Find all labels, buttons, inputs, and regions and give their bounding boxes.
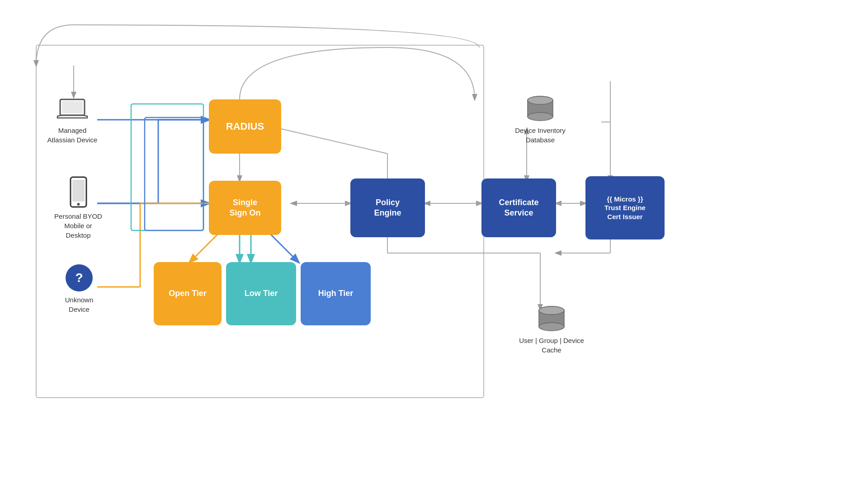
inventory-db-icon: [524, 95, 556, 122]
inventory-db-label: Device InventoryDatabase: [515, 126, 566, 145]
svg-point-50: [539, 306, 564, 314]
mobile-icon: [68, 176, 89, 208]
laptop-icon: [57, 97, 88, 122]
managed-device: Managed Atlassian Device: [45, 97, 99, 145]
byod-device-label: Personal BYODMobile or Desktop: [51, 211, 105, 240]
cache-db-label: User | Group | Device Cache: [515, 336, 588, 355]
trust-engine-node: {{ Micros }}Trust EngineCert Issuer: [585, 176, 665, 239]
svg-line-33: [271, 127, 387, 154]
managed-device-label: Managed Atlassian Device: [45, 126, 99, 145]
user-cache-db: User | Group | Device Cache: [515, 305, 588, 355]
sso-node: SingleSign On: [209, 181, 281, 235]
architecture-diagram: RADIUS SingleSign On Open Tier Low Tier …: [0, 0, 868, 488]
svg-point-45: [528, 96, 553, 104]
svg-rect-34: [131, 104, 203, 230]
open-tier-node: Open Tier: [154, 262, 222, 325]
radius-node: RADIUS: [209, 99, 281, 154]
svg-line-22: [267, 230, 298, 262]
device-inventory-db: Device InventoryDatabase: [506, 95, 574, 145]
low-tier-node: Low Tier: [226, 262, 296, 325]
unknown-device: ? Unknown Device: [54, 264, 104, 314]
cache-db-icon: [536, 305, 567, 332]
high-tier-node: High Tier: [301, 262, 371, 325]
policy-engine-node: PolicyEngine: [350, 178, 425, 237]
svg-point-40: [77, 203, 80, 206]
svg-rect-35: [145, 117, 203, 230]
unknown-device-label: Unknown Device: [54, 295, 104, 314]
byod-device: Personal BYODMobile or Desktop: [51, 176, 105, 240]
unknown-icon: ?: [66, 264, 93, 291]
svg-point-49: [539, 323, 564, 331]
diagram-arrows: [0, 0, 868, 488]
svg-line-19: [190, 230, 222, 262]
svg-rect-39: [72, 180, 85, 202]
svg-rect-37: [62, 101, 83, 113]
certificate-service-node: CertificateService: [481, 178, 556, 237]
svg-point-44: [528, 113, 553, 121]
